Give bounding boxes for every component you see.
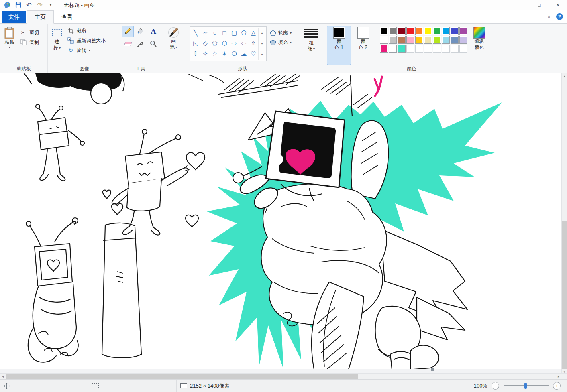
paste-button[interactable]: 粘贴 ▾: [2, 26, 16, 65]
shape-curve[interactable]: ∼: [200, 28, 210, 38]
palette-empty-slot[interactable]: [433, 45, 441, 53]
shape-rectangle[interactable]: □: [220, 28, 229, 38]
shapes-scroll-up-button[interactable]: ▴: [259, 28, 265, 38]
palette-swatch[interactable]: [406, 36, 414, 44]
palette-swatch[interactable]: [433, 36, 441, 44]
palette-swatch[interactable]: [415, 36, 423, 44]
palette-swatch[interactable]: [380, 45, 388, 53]
text-tool-button[interactable]: A: [147, 26, 159, 37]
palette-swatch[interactable]: [459, 27, 467, 35]
palette-swatch[interactable]: [459, 36, 467, 44]
palette-swatch[interactable]: [442, 36, 450, 44]
palette-swatch[interactable]: [406, 27, 414, 35]
tab-home[interactable]: 主页: [27, 10, 54, 24]
scroll-left-arrow-icon[interactable]: ◂: [0, 374, 6, 379]
drawing-canvas[interactable]: .ink{fill:none;stroke:#141414;stroke-wid…: [0, 73, 567, 369]
zoom-slider[interactable]: [504, 385, 549, 386]
palette-swatch[interactable]: [389, 27, 397, 35]
shape-line[interactable]: ╲: [191, 28, 200, 38]
shape-pentagon[interactable]: ⬠: [210, 38, 220, 49]
copy-button[interactable]: 复制: [18, 38, 41, 47]
vertical-scrollbar[interactable]: ▴ ▾: [561, 73, 567, 374]
shape-right-triangle[interactable]: ◺: [191, 38, 200, 49]
shape-rounded-rectangle[interactable]: ▢: [229, 28, 239, 38]
zoom-out-button[interactable]: −: [492, 382, 499, 390]
palette-swatch[interactable]: [415, 27, 423, 35]
edit-colors-button[interactable]: 编辑 颜色: [471, 26, 487, 65]
palette-swatch[interactable]: [380, 27, 388, 35]
vertical-scroll-thumb[interactable]: [562, 221, 567, 369]
palette-empty-slot[interactable]: [451, 45, 459, 53]
palette-swatch[interactable]: [398, 45, 406, 53]
palette-empty-slot[interactable]: [415, 45, 423, 53]
palette-empty-slot[interactable]: [459, 45, 467, 53]
eraser-tool-button[interactable]: [122, 38, 134, 50]
cut-button[interactable]: ✂ 剪切: [18, 28, 41, 37]
shape-five-point-star[interactable]: ☆: [210, 49, 220, 59]
palette-swatch[interactable]: [398, 27, 406, 35]
shape-polygon[interactable]: ⬠: [239, 28, 249, 38]
horizontal-scroll-thumb[interactable]: [6, 374, 358, 379]
color1-button[interactable]: 颜 色 1: [327, 26, 351, 65]
color-picker-tool-button[interactable]: [135, 38, 147, 50]
shape-right-arrow[interactable]: ⇨: [229, 38, 239, 49]
shapes-more-button[interactable]: ▾: [259, 49, 265, 60]
shape-hexagon[interactable]: ⬡: [220, 38, 229, 49]
zoom-slider-thumb[interactable]: [524, 383, 527, 389]
palette-swatch[interactable]: [433, 27, 441, 35]
shape-triangle[interactable]: △: [249, 28, 258, 38]
scroll-right-arrow-icon[interactable]: ▸: [556, 374, 561, 379]
fill-tool-button[interactable]: [135, 26, 147, 37]
crop-button[interactable]: 裁剪: [65, 26, 107, 36]
undo-button[interactable]: ↶: [25, 2, 33, 9]
collapse-ribbon-button[interactable]: ∧: [547, 14, 551, 19]
shape-fill-button[interactable]: 填充 ▾: [270, 39, 292, 46]
tab-view[interactable]: 查看: [54, 11, 80, 23]
palette-empty-slot[interactable]: [424, 45, 432, 53]
shape-up-arrow[interactable]: ⇧: [249, 38, 258, 49]
palette-empty-slot[interactable]: [442, 45, 450, 53]
palette-swatch[interactable]: [451, 27, 459, 35]
minimize-button[interactable]: –: [512, 0, 530, 10]
zoom-in-button[interactable]: +: [553, 382, 561, 390]
palette-empty-slot[interactable]: [406, 45, 414, 53]
palette-swatch[interactable]: [398, 36, 406, 44]
pencil-tool-button[interactable]: [122, 26, 134, 37]
shape-oval[interactable]: ○: [210, 28, 220, 38]
scroll-up-arrow-icon[interactable]: ▴: [562, 73, 567, 79]
shape-six-point-star[interactable]: ✶: [220, 49, 229, 59]
shape-left-arrow[interactable]: ⇦: [239, 38, 249, 49]
resize-button[interactable]: 重新调整大小: [65, 36, 107, 45]
palette-swatch[interactable]: [380, 36, 388, 44]
shape-cloud-callout[interactable]: ☁: [239, 49, 249, 59]
help-button[interactable]: ?: [556, 13, 563, 20]
close-button[interactable]: ✕: [549, 0, 567, 10]
rotate-button[interactable]: ↻ 旋转 ▾: [65, 46, 107, 55]
magnifier-tool-button[interactable]: [147, 38, 159, 50]
shape-oval-callout[interactable]: ❍: [229, 49, 239, 59]
shape-heart[interactable]: ♡: [249, 49, 258, 59]
customize-quick-access-button[interactable]: ▾: [47, 2, 54, 9]
tab-file[interactable]: 文件: [2, 11, 26, 23]
size-button[interactable]: 粗 细 ▾: [302, 26, 320, 65]
palette-swatch[interactable]: [389, 45, 397, 53]
shape-diamond[interactable]: ◇: [200, 38, 210, 49]
brushes-button[interactable]: 画 笔 ▾: [166, 26, 181, 65]
select-button[interactable]: 选 择 ▾: [50, 26, 64, 65]
redo-button[interactable]: ↷: [36, 2, 43, 9]
color2-button[interactable]: 颜 色 2: [351, 26, 375, 65]
shape-down-arrow[interactable]: ⇩: [191, 49, 200, 59]
palette-swatch[interactable]: [442, 27, 450, 35]
palette-swatch[interactable]: [424, 27, 432, 35]
paint-app-icon[interactable]: [4, 2, 11, 9]
maximize-button[interactable]: □: [530, 0, 549, 10]
canvas-resize-handle[interactable]: [431, 368, 434, 371]
palette-swatch[interactable]: [424, 36, 432, 44]
shapes-scroll-down-button[interactable]: ▾: [259, 38, 265, 49]
save-button[interactable]: [14, 2, 22, 9]
palette-swatch[interactable]: [389, 36, 397, 44]
horizontal-scrollbar[interactable]: ◂ ▸: [0, 373, 567, 379]
shape-four-point-star[interactable]: ✧: [200, 49, 210, 59]
palette-swatch[interactable]: [451, 36, 459, 44]
shape-outline-button[interactable]: 轮廓 ▾: [270, 30, 292, 37]
